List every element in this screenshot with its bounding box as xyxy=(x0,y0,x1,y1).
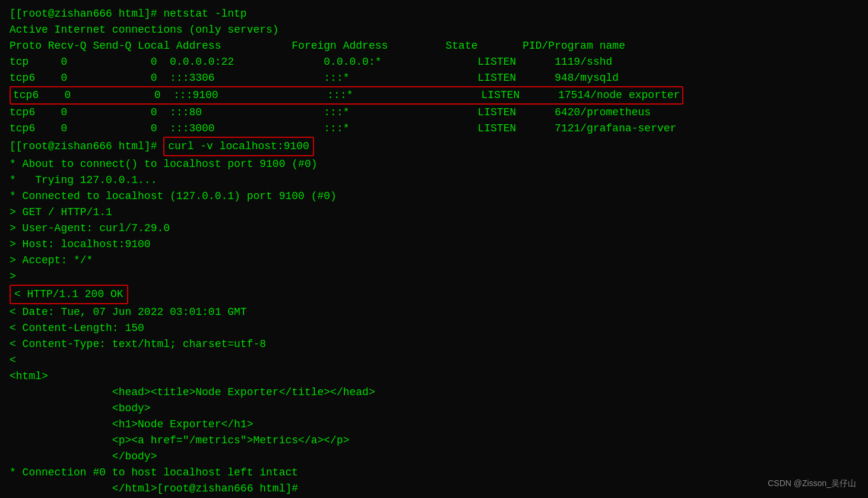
highlighted-row: tcp6 0 0 :::9100 :::* LISTEN 17514/node … xyxy=(9,86,683,105)
prompt-line-2-container: [[root@zishan666 html]# curl -v localhos… xyxy=(9,137,859,156)
html-output-line: </body> xyxy=(9,449,859,465)
response-header-line: < xyxy=(9,352,859,368)
curl-output-line: * About to connect() to localhost port 9… xyxy=(9,156,859,172)
table-header: Proto Recv-Q Send-Q Local Address Foreig… xyxy=(9,38,859,54)
curl-output: * About to connect() to localhost port 9… xyxy=(9,156,859,285)
html-output-line: <html> xyxy=(9,368,859,384)
curl-output-line: > Host: localhost:9100 xyxy=(9,237,859,253)
terminal-window: [[root@zishan666 html]# netstat -lntp Ac… xyxy=(0,0,868,498)
response-headers: < Date: Tue, 07 Jun 2022 03:01:01 GMT< C… xyxy=(9,304,859,368)
html-output: <html> <head><title>Node Exporter</title… xyxy=(9,368,859,465)
html-output-line: <body> xyxy=(9,401,859,417)
last-line: </html>[root@zishan666 html]# xyxy=(9,481,859,497)
prompt-line-1: [[root@zishan666 html]# netstat -lntp xyxy=(9,6,859,22)
watermark: CSDN @Zisson_吴仔山 xyxy=(768,477,856,490)
curl-output-line: * Connected to localhost (127.0.0.1) por… xyxy=(9,188,859,204)
curl-command-highlighted: curl -v localhost:9100 xyxy=(163,137,314,156)
http-status-highlighted: < HTTP/1.1 200 OK xyxy=(9,285,128,304)
curl-output-line: * Trying 127.0.0.1... xyxy=(9,172,859,188)
curl-output-line: > Accept: */* xyxy=(9,253,859,269)
html-output-line: <head><title>Node Exporter</title></head… xyxy=(9,384,859,401)
last-line: * Connection #0 to host localhost left i… xyxy=(9,465,859,481)
table-row: tcp6 0 0 :::80 :::* LISTEN 6420/promethe… xyxy=(9,105,859,121)
prompt-prefix: [[root@zishan666 html]# xyxy=(9,140,163,152)
table-row: tcp6 0 0 :::3000 :::* LISTEN 7121/grafan… xyxy=(9,121,859,137)
curl-output-line: > User-Agent: curl/7.29.0 xyxy=(9,220,859,237)
curl-output-line: > GET / HTTP/1.1 xyxy=(9,204,859,220)
table-row: tcp6 0 0 :::9100 :::* LISTEN 17514/node … xyxy=(9,86,859,105)
response-header-line: < Date: Tue, 07 Jun 2022 03:01:01 GMT xyxy=(9,304,859,320)
netstat-table: tcp 0 0 0.0.0.0:22 0.0.0.0:* LISTEN 1119… xyxy=(9,54,859,137)
response-status-container: < HTTP/1.1 200 OK xyxy=(9,285,859,304)
response-header-line: < Content-Length: 150 xyxy=(9,320,859,336)
html-output-line: <h1>Node Exporter</h1> xyxy=(9,417,859,433)
html-output-line: <p><a href="/metrics">Metrics</a></p> xyxy=(9,433,859,449)
table-row: tcp6 0 0 :::3306 :::* LISTEN 948/mysqld xyxy=(9,70,859,86)
curl-output-line: > xyxy=(9,269,859,285)
response-header-line: < Content-Type: text/html; charset=utf-8 xyxy=(9,336,859,352)
table-row: tcp 0 0 0.0.0.0:22 0.0.0.0:* LISTEN 1119… xyxy=(9,54,859,70)
active-connections-header: Active Internet connections (only server… xyxy=(9,22,859,38)
last-lines: * Connection #0 to host localhost left i… xyxy=(9,465,859,497)
